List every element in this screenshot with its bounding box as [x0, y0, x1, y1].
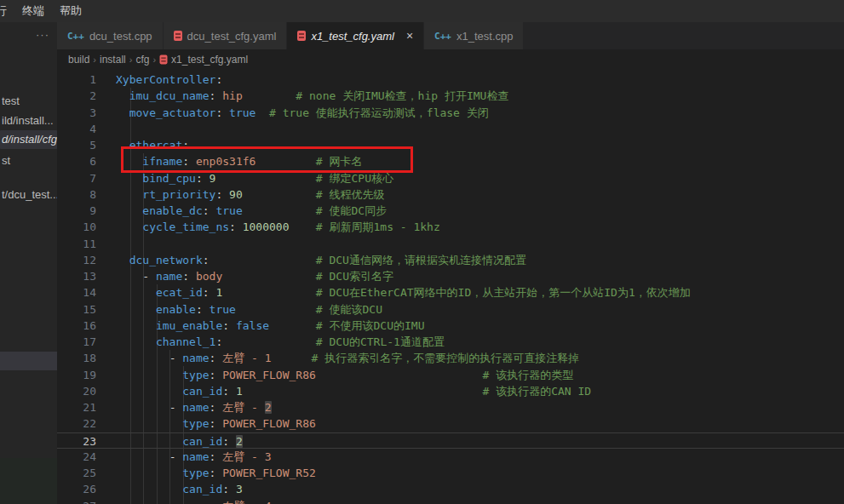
code-lines: 1XyberController:2 imu_dcu_name: hip # n…: [57, 72, 844, 504]
line-number: 15: [57, 301, 96, 318]
code-line[interactable]: 26 can_id: 3: [57, 481, 844, 497]
line-number: 7: [57, 170, 96, 186]
code-line[interactable]: 13 - name: body # DCU索引名字: [57, 268, 844, 284]
tab-x1-test-cfg-yaml[interactable]: x1_test_cfg.yaml ×: [287, 22, 424, 49]
code-text: - name: 左臂 - 4: [96, 498, 272, 504]
code-text: - name: 左臂 - 3: [96, 449, 272, 465]
code-line[interactable]: 17 channel_1: # DCU的CTRL-1通道配置: [57, 334, 844, 350]
line-number: 21: [57, 399, 96, 415]
cpp-file-icon: C++: [67, 31, 84, 42]
code-text: - name: body # DCU索引名字: [96, 268, 393, 284]
code-editor[interactable]: 1XyberController:2 imu_dcu_name: hip # n…: [57, 70, 844, 504]
tab-bar: ··· C++ dcu_test.cpp dcu_test_cfg.yaml x…: [57, 22, 844, 49]
sidebar-bottom-panel: [0, 458, 57, 504]
yaml-file-icon: [160, 55, 168, 65]
code-line[interactable]: 23 can_id: 2: [57, 432, 844, 449]
sidebar-item[interactable]: st: [0, 152, 57, 170]
sidebar-item[interactable]: ild/install...: [0, 112, 57, 130]
code-text: [96, 121, 116, 137]
tab-label: dcu_test.cpp: [89, 30, 152, 43]
line-number: 2: [57, 88, 96, 104]
code-text: imu_enable: false # 不使用该DCU的IMU: [96, 318, 424, 334]
cpp-file-icon: C++: [434, 31, 451, 42]
tab-label: x1_test.cpp: [456, 30, 514, 43]
code-line[interactable]: 4: [57, 121, 844, 137]
breadcrumb-item-build[interactable]: build: [68, 54, 89, 66]
code-line[interactable]: 2 imu_dcu_name: hip # none 关闭IMU检查，hip 打…: [57, 88, 844, 104]
line-number: 1: [57, 72, 96, 88]
tab-dcu-test-cfg-yaml[interactable]: dcu_test_cfg.yaml: [164, 22, 288, 49]
breadcrumb: build › install › cfg › x1_test_cfg.yaml: [57, 49, 844, 70]
menu-item-run[interactable]: 行: [0, 0, 14, 22]
code-line[interactable]: 24 - name: 左臂 - 3: [57, 449, 844, 465]
code-text: cycle_time_ns: 1000000 # 刷新周期1ms - 1khz: [96, 219, 440, 235]
code-line[interactable]: 16 imu_enable: false # 不使用该DCU的IMU: [57, 318, 844, 334]
code-line[interactable]: 10 cycle_time_ns: 1000000 # 刷新周期1ms - 1k…: [57, 219, 844, 235]
code-text: can_id: 1 # 该执行器的CAN ID: [96, 383, 591, 399]
close-icon[interactable]: ×: [406, 30, 413, 42]
line-number: 9: [57, 203, 96, 219]
line-number: 16: [57, 318, 96, 334]
code-text: XyberController:: [96, 72, 222, 88]
tab-x1-test-cpp[interactable]: C++ x1_test.cpp: [424, 22, 524, 49]
code-line[interactable]: 3 move_actuator: true # true 使能执行器运动测试，f…: [57, 105, 844, 121]
line-number: 22: [57, 415, 96, 432]
code-text: can_id: 3: [96, 481, 243, 497]
line-number: 10: [57, 219, 96, 235]
yaml-file-icon: [174, 31, 182, 41]
code-line[interactable]: 19 type: POWER_FLOW_R86 # 该执行器的类型: [57, 367, 844, 383]
tab-dcu-test-cpp[interactable]: C++ dcu_test.cpp: [57, 22, 164, 49]
menu-item-terminal[interactable]: 终端: [14, 0, 52, 22]
code-text: [96, 236, 116, 252]
code-text: channel_1: # DCU的CTRL-1通道配置: [96, 334, 445, 350]
code-text: move_actuator: true # true 使能执行器运动测试，fla…: [96, 105, 489, 121]
code-line[interactable]: 11: [57, 236, 844, 252]
code-line[interactable]: 15 enable: true # 使能该DCU: [57, 301, 844, 318]
sidebar-item[interactable]: d/install/cfg: [0, 130, 57, 149]
breadcrumb-item-install[interactable]: install: [100, 54, 126, 66]
code-text: type: POWER_FLOW_R86 # 该执行器的类型: [96, 367, 573, 383]
line-number: 24: [57, 449, 96, 465]
line-number: 23: [57, 433, 96, 448]
breadcrumb-item-cfg[interactable]: cfg: [135, 54, 149, 66]
code-line[interactable]: 9 enable_dc: true # 使能DC同步: [57, 203, 844, 219]
annotation-highlight-box: [121, 146, 413, 173]
code-text: dcu_network: # DCU通信网络，请根据实机连接情况配置: [96, 252, 526, 268]
code-text: can_id: 2: [96, 433, 243, 448]
line-number: 12: [57, 252, 96, 268]
chevron-right-icon: ›: [152, 54, 156, 65]
code-line[interactable]: 18 - name: 左臂 - 1 # 执行器索引名字，不需要控制的执行器可直接…: [57, 350, 844, 366]
code-text: enable_dc: true # 使能DC同步: [96, 203, 387, 219]
code-text: enable: true # 使能该DCU: [96, 301, 382, 318]
code-text: ecat_id: 1 # DCU在EtherCAT网络中的ID，从主站开始，第一…: [96, 284, 691, 301]
sidebar-selected-row[interactable]: [0, 352, 57, 370]
code-line[interactable]: 12 dcu_network: # DCU通信网络，请根据实机连接情况配置: [57, 252, 844, 268]
line-number: 4: [57, 121, 96, 137]
line-number: 11: [57, 236, 96, 252]
code-line[interactable]: 21 - name: 左臂 - 2: [57, 399, 844, 415]
line-number: 26: [57, 481, 96, 497]
more-actions-icon[interactable]: ···: [28, 22, 57, 49]
yaml-file-icon: [297, 31, 306, 41]
chevron-right-icon: ›: [93, 54, 96, 65]
line-number: 17: [57, 334, 96, 350]
line-number: 20: [57, 383, 96, 399]
code-line[interactable]: 20 can_id: 1 # 该执行器的CAN ID: [57, 383, 844, 399]
line-number: 25: [57, 465, 96, 481]
line-number: 13: [57, 268, 96, 284]
code-line[interactable]: 27 - name: 左臂 - 4: [57, 498, 844, 504]
code-text: type: POWER_FLOW_R52: [96, 465, 316, 481]
menu-item-help[interactable]: 帮助: [52, 0, 89, 22]
tab-label: dcu_test_cfg.yaml: [187, 30, 277, 43]
code-line[interactable]: 25 type: POWER_FLOW_R52: [57, 465, 844, 481]
code-line[interactable]: 22 type: POWER_FLOW_R86: [57, 415, 844, 432]
breadcrumb-item-file[interactable]: x1_test_cfg.yaml: [171, 54, 248, 66]
chevron-right-icon: ›: [129, 54, 133, 65]
sidebar-item[interactable]: t/dcu_test...: [0, 186, 57, 204]
code-line[interactable]: 8 rt_priority: 90 # 线程优先级: [57, 186, 844, 203]
line-number: 27: [57, 498, 96, 504]
sidebar-item[interactable]: test: [0, 92, 57, 111]
code-line[interactable]: 1XyberController:: [57, 72, 844, 88]
menu-bar: 行 终端 帮助: [0, 0, 844, 22]
code-line[interactable]: 14 ecat_id: 1 # DCU在EtherCAT网络中的ID，从主站开始…: [57, 284, 844, 301]
